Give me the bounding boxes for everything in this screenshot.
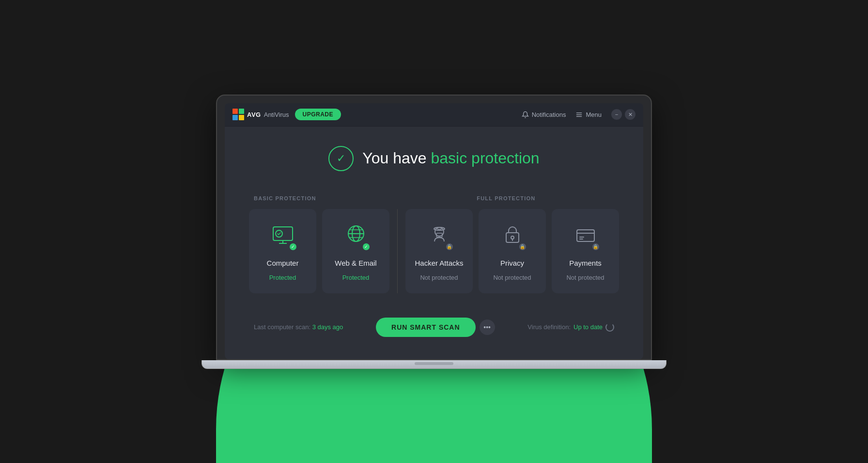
last-scan-value: 3 days ago: [312, 323, 343, 331]
web-email-icon-wrapper: ✓: [341, 221, 372, 252]
hacker-icon-wrapper: 🔒: [424, 221, 455, 252]
hacker-attacks-title: Hacker Attacks: [415, 259, 463, 267]
privacy-status: Not protected: [493, 274, 531, 281]
notifications-button[interactable]: Notifications: [522, 111, 566, 118]
laptop-screen: AVG AntiVirus UPGRADE Notifications: [225, 103, 643, 359]
avg-logo-icon: [232, 109, 244, 120]
svg-rect-0: [232, 109, 238, 114]
payments-status: Not protected: [566, 274, 604, 281]
avg-logo: AVG AntiVirus: [232, 109, 289, 120]
bell-icon: [522, 111, 529, 118]
web-email-status: Protected: [342, 274, 370, 281]
laptop-wrapper: AVG AntiVirus UPGRADE Notifications: [202, 95, 666, 369]
payments-title: Payments: [569, 259, 602, 267]
cards-container: ✓ Computer Protected: [249, 209, 619, 293]
cards-divider: [397, 209, 398, 293]
menu-button[interactable]: Menu: [575, 111, 602, 118]
status-checkmark: ✓: [337, 152, 345, 165]
scan-btn-wrapper: RUN SMART SCAN •••: [376, 318, 495, 337]
menu-label: Menu: [586, 111, 602, 118]
basic-protection-label: BASIC PROTECTION: [254, 195, 398, 201]
payments-badge: 🔒: [591, 242, 600, 251]
avg-appname-text: AntiVirus: [264, 111, 289, 118]
svg-rect-23: [577, 230, 594, 241]
title-bar: AVG AntiVirus UPGRADE Notifications: [225, 103, 643, 127]
virus-def-value: Up to date: [574, 323, 603, 331]
laptop-base: [202, 360, 666, 369]
sections-row: BASIC PROTECTION FULL PROTECTION: [249, 195, 619, 201]
last-scan-info: Last computer scan: 3 days ago: [254, 323, 343, 331]
card-privacy[interactable]: 🔒 Privacy Not protected: [479, 209, 546, 293]
hacker-attacks-status: Not protected: [420, 274, 458, 281]
status-title: You have basic protection: [362, 149, 539, 167]
refresh-icon[interactable]: [605, 323, 614, 332]
card-web-email[interactable]: ✓ Web & Email Protected: [322, 209, 389, 293]
close-button[interactable]: ✕: [625, 109, 636, 120]
laptop-bezel: AVG AntiVirus UPGRADE Notifications: [216, 95, 652, 360]
title-bar-left: AVG AntiVirus UPGRADE: [232, 109, 341, 120]
title-bar-right: Notifications Menu − ✕: [522, 109, 636, 120]
privacy-icon-wrapper: 🔒: [497, 221, 528, 252]
computer-icon-wrapper: ✓: [267, 221, 298, 252]
minimize-button[interactable]: −: [611, 109, 622, 120]
hamburger-icon: [575, 111, 583, 118]
last-scan-prefix: Last computer scan:: [254, 323, 312, 331]
privacy-title: Privacy: [500, 259, 524, 267]
payments-icon-wrapper: 🔒: [570, 221, 601, 252]
card-hacker-attacks[interactable]: 🔒 Hacker Attacks Not protected: [405, 209, 473, 293]
svg-point-21: [511, 236, 514, 239]
web-email-badge: ✓: [362, 242, 371, 251]
scan-more-options-button[interactable]: •••: [480, 319, 495, 335]
bottom-bar: Last computer scan: 3 days ago RUN SMART…: [249, 318, 619, 337]
upgrade-button[interactable]: UPGRADE: [295, 109, 341, 120]
card-payments[interactable]: 🔒 Payments Not protected: [552, 209, 619, 293]
full-protection-label: FULL PROTECTION: [398, 195, 614, 201]
computer-badge: ✓: [289, 242, 297, 251]
svg-rect-19: [437, 227, 441, 229]
privacy-badge: 🔒: [518, 242, 527, 251]
status-circle: ✓: [328, 146, 354, 171]
computer-title: Computer: [267, 259, 299, 267]
hacker-badge: 🔒: [445, 242, 454, 251]
computer-status: Protected: [269, 274, 296, 281]
avg-brand-text: AVG: [247, 111, 261, 118]
status-title-prefix: You have: [362, 149, 431, 167]
svg-rect-1: [239, 109, 244, 114]
virus-definition-info: Virus definition: Up to date: [527, 323, 614, 332]
virus-def-prefix: Virus definition:: [527, 323, 571, 331]
main-content: ✓ You have basic protection BASIC PROTEC…: [225, 127, 643, 359]
notifications-label: Notifications: [532, 111, 566, 118]
svg-rect-3: [239, 115, 244, 120]
svg-rect-2: [232, 115, 238, 120]
status-header: ✓ You have basic protection: [249, 146, 619, 171]
window-controls: − ✕: [611, 109, 636, 120]
card-computer[interactable]: ✓ Computer Protected: [249, 209, 316, 293]
web-email-title: Web & Email: [335, 259, 376, 267]
status-title-accent: basic protection: [431, 149, 540, 167]
run-smart-scan-button[interactable]: RUN SMART SCAN: [376, 318, 476, 337]
